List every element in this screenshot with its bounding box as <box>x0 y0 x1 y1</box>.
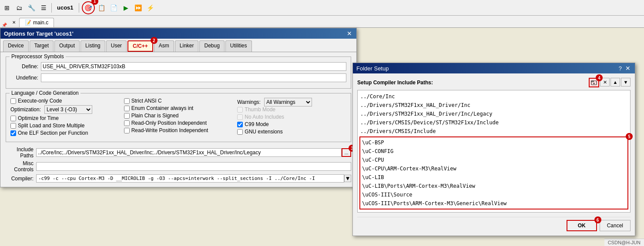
tab-target[interactable]: Target <box>30 40 54 52</box>
gnu-ext-row: GNU extensions <box>237 129 346 135</box>
tab-cpp[interactable]: C/C++ <box>127 40 153 52</box>
path-item-3[interactable]: ../Drivers/STM32F1xx_HAL_Driver/Inc/Lega… <box>359 110 628 118</box>
status-bar: CSDN@H-JUN <box>604 239 644 241</box>
col2: Strict ANSI C Enum Container always int … <box>124 98 233 137</box>
svg-rect-1 <box>591 81 594 82</box>
misc-row: MiscControls <box>6 160 351 173</box>
one-elf-check[interactable] <box>10 130 16 136</box>
optimization-label: Optimization: <box>10 106 41 113</box>
optimization-select[interactable]: Level 3 (-O3) Level 0 (-O0) Level 1 (-O1… <box>44 105 92 114</box>
options-tabs: Device Target Output Listing User C/C++ … <box>0 39 356 52</box>
move-down-btn[interactable]: ▼ <box>621 78 631 86</box>
one-elf-label: One ELF Section per Function <box>18 130 88 136</box>
status-text: CSDN@H-JUN <box>608 240 641 241</box>
folder-close-btn[interactable]: ✕ <box>624 65 631 72</box>
optimization-row: Optimization: Level 3 (-O3) Level 0 (-O0… <box>10 105 120 114</box>
step-icon[interactable]: ⏩ <box>133 3 144 13</box>
plain-char-label: Plain Char is Signed <box>131 113 179 119</box>
sel-path-4[interactable]: \uC-CPU\ARM-Cortex-M3\RealView <box>361 164 627 173</box>
sel-path-8[interactable]: \uCOS-III\Ports\ARM-Cortex-M3\Generic\Re… <box>361 199 627 208</box>
undefine-input[interactable] <box>41 73 346 82</box>
badge-1: 1 <box>91 0 98 5</box>
strict-ansi-check[interactable] <box>124 98 130 104</box>
define-input[interactable] <box>41 62 346 71</box>
sel-path-7[interactable]: \uCOS-III\Source <box>361 190 627 199</box>
wrench-icon[interactable]: 🔧 <box>26 3 37 13</box>
copy-icon[interactable]: 📄 <box>109 3 119 13</box>
enum-container-row: Enum Container always int <box>124 105 233 111</box>
run-icon[interactable]: ▶ <box>121 3 131 13</box>
grid-icon[interactable]: ⊞ <box>2 3 12 13</box>
tab-device[interactable]: Device <box>3 40 29 52</box>
misc-label: MiscControls <box>6 160 36 173</box>
col1: Execute-only Code Optimization: Level 3 … <box>10 98 120 137</box>
thumb-mode-check <box>237 107 243 113</box>
path-item-2[interactable]: ../Drivers/STM32F1xx_HAL_Driver/Inc <box>359 101 628 110</box>
tab-output[interactable]: Output <box>54 40 80 52</box>
move-up-btn[interactable]: ▲ <box>610 78 620 86</box>
pin-icon[interactable]: 📌 <box>2 23 9 27</box>
tab-utilities[interactable]: Utilities <box>225 40 252 52</box>
sel-path-3[interactable]: \uC-CPU <box>361 156 627 164</box>
execute-only-label: Execute-only Code <box>18 98 62 104</box>
compiler-value: -c99 -c --cpu Cortex-M3 -D __MICROLIB -g… <box>36 174 344 183</box>
c99-mode-check[interactable] <box>237 122 243 127</box>
one-elf-row: One ELF Section per Function <box>10 130 120 136</box>
col3: Warnings: All Warnings No Warnings Misc … <box>237 98 346 137</box>
sep2 <box>79 3 79 13</box>
tab-user[interactable]: User <box>106 40 127 52</box>
read-write-label: Read-Write Position Independent <box>131 127 208 133</box>
undefine-row: Undefine: <box>10 73 346 82</box>
cancel-btn[interactable]: Cancel <box>600 220 631 231</box>
execute-only-row: Execute-only Code <box>10 98 120 104</box>
warnings-label: Warnings: <box>237 99 261 105</box>
tab-listing[interactable]: Listing <box>80 40 105 52</box>
preprocessor-group: Preprocessor Symbols Define: Undefine: <box>6 57 351 89</box>
sel-path-2[interactable]: \uC-CONFIG <box>361 147 627 156</box>
tab-main-c[interactable]: 📝 main.c <box>19 18 54 27</box>
folder-help-icon[interactable]: ? <box>619 65 622 72</box>
path-item-5[interactable]: ../Drivers/CMSIS/Include <box>359 127 628 136</box>
path-item-1[interactable]: ../Core/Inc <box>359 92 628 101</box>
tab-debug[interactable]: Debug <box>199 40 224 52</box>
sel-path-1[interactable]: \uC-BSP <box>361 138 627 147</box>
include-input[interactable] <box>36 148 342 157</box>
ok-btn[interactable]: OK <box>567 220 597 231</box>
project-title: ucos1 <box>57 4 74 11</box>
compiler-scroll-btn[interactable]: ▼ <box>344 175 351 182</box>
gnu-ext-check[interactable] <box>237 129 243 135</box>
badge-4: 4 <box>596 74 603 81</box>
folder-dialog: Folder Setup ? ✕ Setup Compiler Include … <box>352 63 635 236</box>
plain-char-check[interactable] <box>124 113 130 119</box>
folder-list: ../Core/Inc ../Drivers/STM32F1xx_HAL_Dri… <box>357 90 631 213</box>
folder-footer: OK 6 Cancel <box>357 217 631 231</box>
options-dialog-title: Options for Target 'ucos1' ✕ <box>0 28 356 39</box>
plain-char-row: Plain Char is Signed <box>124 113 233 119</box>
layers-icon[interactable]: 🗂 <box>14 3 24 13</box>
close-tab-btn[interactable]: ✕ <box>9 17 19 27</box>
sel-path-6[interactable]: \uC-LIB\Ports\ARM-Cortex-M3\RealView <box>361 182 627 190</box>
badge-5: 5 <box>626 133 633 140</box>
hamburger-icon[interactable]: ☰ <box>38 3 49 13</box>
thumb-mode-row: Thumb Mode <box>237 106 346 113</box>
execute-only-check[interactable] <box>10 98 16 104</box>
read-only-check[interactable] <box>124 120 130 126</box>
flash-icon[interactable]: ⚡ <box>145 3 156 13</box>
options-close-btn[interactable]: ✕ <box>346 30 353 37</box>
optimize-time-check[interactable] <box>10 116 16 121</box>
paste-icon[interactable]: 📋 <box>97 3 107 13</box>
read-write-check[interactable] <box>124 128 130 133</box>
misc-input[interactable] <box>36 162 351 171</box>
folder-dialog-body: Setup Compiler Include Paths: 4 ✕ ▲ ▼ ..… <box>353 73 635 236</box>
auto-includes-label: No Auto Includes <box>245 114 284 120</box>
selected-paths-group: \uC-BSP \uC-CONFIG \uC-CPU \uC-CPU\ARM-C… <box>359 136 628 209</box>
tab-linker[interactable]: Linker <box>175 40 199 52</box>
warnings-select[interactable]: All Warnings No Warnings Misc Controls <box>264 98 312 106</box>
sel-path-5[interactable]: \uC-LIB <box>361 173 627 182</box>
auto-includes-row: No Auto Includes <box>237 114 346 120</box>
enum-container-check[interactable] <box>124 106 130 111</box>
split-load-check[interactable] <box>10 123 16 129</box>
tab-label: main.c <box>33 20 48 26</box>
read-write-row: Read-Write Position Independent <box>124 127 233 133</box>
path-item-4[interactable]: ../Drivers/CMSIS/Device/ST/STM32F1xx/Inc… <box>359 118 628 127</box>
